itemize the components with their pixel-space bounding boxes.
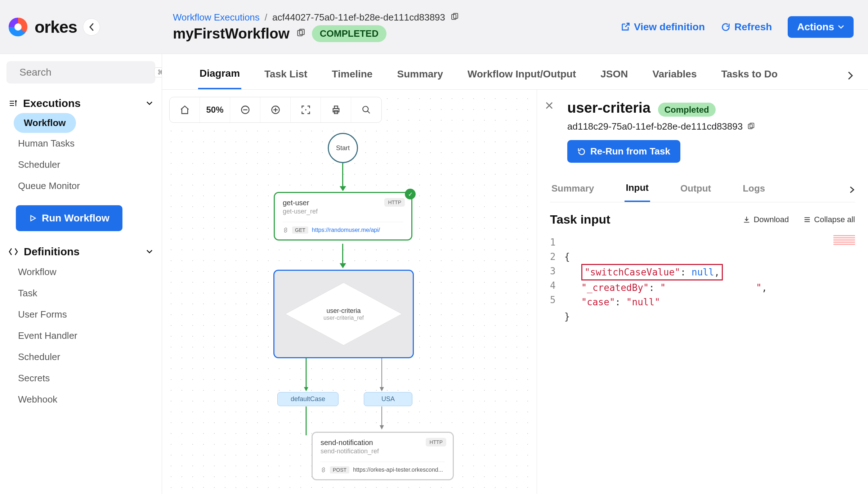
svg-rect-10 [334,106,337,109]
nav-group-definitions[interactable]: Definitions [6,242,155,261]
sidebar-item-user-forms[interactable]: User Forms [6,304,155,325]
copy-task-id-icon[interactable] [747,123,755,131]
node-user-criteria[interactable]: user-criteria user-criteria_ref [273,270,414,358]
node-get-user[interactable]: ✓ get-user get-user_ref HTTP GET https:/… [274,192,412,241]
sidebar-item-secrets[interactable]: Secrets [6,368,155,389]
workflow-name: myFirstWorkflow [173,26,290,42]
link-icon [321,467,326,473]
search-input[interactable] [19,67,148,78]
task-type-pill: HTTP [384,198,405,207]
app-header: orkes Workflow Executions / acf44027-75a… [0,0,868,54]
tab-wf-io[interactable]: Workflow Input/Output [466,63,577,89]
undo-icon [577,147,586,156]
orkes-logo-icon [7,16,29,38]
rp-tabs-scroll-right[interactable] [849,185,855,194]
rp-tab-output[interactable]: Output [679,178,712,201]
rerun-from-task-button[interactable]: Re-Run from Task [567,140,680,163]
copy-id-icon[interactable] [450,13,459,22]
http-url: https://randomuser.me/api/ [312,227,380,233]
collapse-icon [803,216,811,224]
download-button[interactable]: Download [743,215,789,224]
execution-id: acf44027-75a0-11ef-b28e-de111cd83893 [272,12,445,23]
printer-icon [331,105,341,115]
actions-dropdown-button[interactable]: Actions [788,16,854,38]
search-diagram-button[interactable] [351,97,381,122]
logo-area: orkes [7,16,158,38]
node-send-notification[interactable]: send-notification send-notification_ref … [312,432,454,480]
code-content: { "switchCaseValue": null, "_createdBy":… [564,235,768,324]
tab-variables[interactable]: Variables [651,63,698,89]
http-method: GET [292,226,308,234]
nav-group-executions[interactable]: Executions [6,94,155,113]
sidebar-item-workflow-def[interactable]: Workflow [6,261,155,283]
diagram-nodes: Start ✓ get-user get-user_ref HTTP GET h… [162,126,537,494]
link-icon [283,227,288,233]
workflow-title-row: myFirstWorkflow COMPLETED [173,25,620,42]
view-definition-button[interactable]: View definition [620,21,705,33]
rp-tab-summary[interactable]: Summary [550,178,596,201]
execution-tabs: Diagram Task List Timeline Summary Workf… [162,54,868,90]
sidebar-item-workflow-exec[interactable]: Workflow [14,113,76,133]
refresh-button[interactable]: Refresh [721,21,772,33]
collapse-all-button[interactable]: Collapse all [803,215,855,224]
download-icon [743,216,751,224]
code-editor[interactable]: 1 2 3 4 5 { "switchCaseValue": null, "_c… [550,235,855,324]
code-minimap[interactable] [833,235,855,245]
diagram-canvas[interactable]: 50% Start ✓ get-user get [162,90,537,494]
sidebar-item-queue-monitor[interactable]: Queue Monitor [6,175,155,197]
zoom-level[interactable]: 50% [200,97,230,122]
breadcrumb-link[interactable]: Workflow Executions [173,12,260,23]
arrow-icon [340,186,346,191]
search-box[interactable]: ⌘ K [6,61,155,84]
status-badge: COMPLETED [312,25,386,42]
case-default[interactable]: defaultCase [277,392,339,406]
switch-title: user-criteria [323,307,364,315]
zoom-out-button[interactable] [230,97,260,122]
print-button[interactable] [321,97,351,122]
task-execution-id: ad118c29-75a0-11ef-b28e-de111cd83893 [567,121,743,132]
sidebar-item-scheduler-def[interactable]: Scheduler [6,346,155,368]
svg-marker-15 [380,387,384,391]
tab-json[interactable]: JSON [599,63,629,89]
breadcrumb-area: Workflow Executions / acf44027-75a0-11ef… [158,12,620,42]
close-panel-button[interactable] [544,100,554,111]
http-method: POST [330,466,349,473]
tab-tasks-todo[interactable]: Tasks to Do [720,63,779,89]
case-usa[interactable]: USA [364,392,412,406]
rp-tab-logs[interactable]: Logs [741,178,766,201]
sidebar-item-event-handler[interactable]: Event Handler [6,325,155,346]
tabs-scroll-right[interactable] [847,71,854,81]
run-workflow-button[interactable]: Run Workflow [16,205,122,231]
node-start[interactable]: Start [328,133,358,163]
tab-diagram[interactable]: Diagram [198,62,241,89]
home-icon [180,105,190,115]
sidebar-collapse-button[interactable] [83,18,100,36]
task-ref: send-notification_ref [321,448,445,455]
sidebar-item-human-tasks[interactable]: Human Tasks [6,133,155,154]
tab-task-list[interactable]: Task List [263,63,309,89]
brand-name: orkes [35,17,77,37]
executions-icon [9,99,17,108]
minus-circle-icon [240,105,250,115]
line-numbers: 1 2 3 4 5 [550,235,564,324]
fit-button[interactable] [291,97,321,122]
switch-ref: user-criteria_ref [323,315,364,321]
svg-point-12 [363,106,368,112]
tab-summary[interactable]: Summary [395,63,444,89]
rp-tab-input[interactable]: Input [625,177,650,202]
home-button[interactable] [170,97,200,122]
http-url: https://orkes-api-tester.orkescond... [353,467,443,473]
svg-point-8 [305,109,307,111]
sidebar-item-task-def[interactable]: Task [6,283,155,304]
task-detail-tabs: Summary Input Output Logs [550,177,855,202]
sidebar-item-scheduler-exec[interactable]: Scheduler [6,154,155,175]
tab-timeline[interactable]: Timeline [330,63,374,89]
zoom-in-button[interactable] [260,97,291,122]
arrow-icon [340,263,346,268]
edge [342,163,343,187]
sidebar-item-webhook[interactable]: Webhook [6,389,155,410]
plus-circle-icon [270,105,281,115]
task-ref: get-user_ref [283,208,403,215]
copy-name-icon[interactable] [296,29,305,38]
chevron-down-icon [146,249,153,254]
